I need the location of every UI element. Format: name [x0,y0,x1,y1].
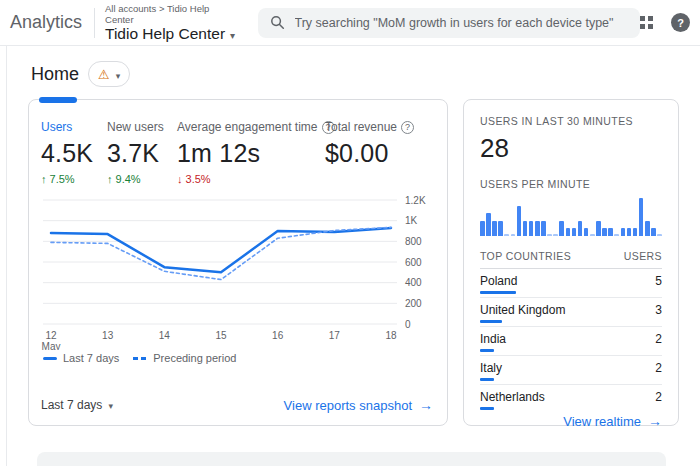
x-axis-sublabel: May [42,341,61,351]
search-input[interactable] [295,16,628,30]
metric-label: Total revenue? [325,120,433,134]
app-header: Analytics All accounts > Tidio Help Cent… [0,0,700,46]
account-switcher[interactable]: Tidio Help Center [105,25,240,43]
metric-users[interactable]: Users 4.5K ↑ 7.5% [41,120,107,186]
main-content: Home Users 4.5K ↑ 7.5% New users 3.7K ↑ … [6,46,700,466]
users-column-header: USERS [624,250,662,262]
legend-last-7-days: Last 7 days [43,352,119,364]
metric-value: 3.7K [107,139,177,168]
minute-bar [559,221,564,236]
overview-card-footer: Last 7 days View reports snapshot [41,397,433,413]
analytics-logo[interactable]: Analytics [10,12,82,33]
users-per-minute-label: USERS PER MINUTE [480,178,662,190]
x-axis-tick: 16 [272,330,284,341]
chevron-down-icon [116,65,121,83]
top-countries-header: TOP COUNTRIES USERS [480,250,662,269]
metric-change: ↑ 9.4% [107,173,177,186]
view-realtime-link[interactable]: View realtime [563,413,662,429]
minute-bar [608,228,613,236]
legend-preceding-period: Preceding period [133,352,236,364]
active-tab-indicator [39,97,77,103]
minute-bar [480,221,485,236]
minute-bar [578,221,583,236]
apps-grid-icon[interactable] [640,16,653,29]
minute-bar [614,234,619,236]
country-row: India2 [480,327,662,356]
x-axis-tick: 13 [102,330,114,341]
minute-bar [621,228,626,236]
data-warning-chip[interactable] [88,61,130,87]
x-axis-tick: 12 [45,330,57,341]
metric-avg-engagement-time[interactable]: Average engagement time? 1m 12s ↓ 3.5% [177,120,325,186]
search-icon [270,15,285,30]
minute-bar [602,228,607,236]
minute-bar [639,198,644,236]
date-range-selector[interactable]: Last 7 days [41,398,113,412]
top-countries-table: Poland5United Kingdom3India2Italy2Nether… [480,269,662,413]
country-users-count: 2 [655,390,662,404]
header-divider [94,8,95,38]
metrics-row: Users 4.5K ↑ 7.5% New users 3.7K ↑ 9.4% … [41,120,433,186]
users-30min-value: 28 [480,133,662,164]
metric-total-revenue[interactable]: Total revenue? $0.00 [325,120,433,186]
minute-bar [511,234,516,236]
country-users-count: 3 [655,303,662,317]
minute-bar [529,221,534,236]
country-users-bar [480,407,494,410]
metric-value: $0.00 [325,139,433,168]
minute-bar [651,228,656,236]
metric-new-users[interactable]: New users 3.7K ↑ 9.4% [107,120,177,186]
realtime-card: USERS IN LAST 30 MINUTES 28 USERS PER MI… [463,99,679,426]
minute-bar [535,221,540,236]
country-name: Netherlands [480,390,545,404]
users-per-minute-bar-chart [480,198,662,236]
account-block: All accounts > Tidio Help Center Tidio H… [105,3,240,43]
minute-bar [590,234,595,236]
account-title: Tidio Help Center [105,25,225,43]
metric-label: Average engagement time? [177,120,325,134]
users-line-chart: 1.2K1K800600400200012131415161718May [41,192,433,350]
minute-bar [596,221,601,236]
solid-line-swatch [43,357,57,360]
countries-column-header: TOP COUNTRIES [480,250,571,262]
minute-bar [498,221,503,236]
cards-row: Users 4.5K ↑ 7.5% New users 3.7K ↑ 9.4% … [28,99,679,426]
search-bar[interactable] [258,8,640,38]
y-axis-tick: 200 [405,298,422,309]
minute-bar [547,234,552,236]
country-row: Italy2 [480,356,662,385]
metric-value: 1m 12s [177,139,325,168]
country-name: India [480,332,506,346]
country-name: Italy [480,361,502,375]
y-axis-tick: 0 [405,319,411,330]
country-row: United Kingdom3 [480,298,662,327]
x-axis-tick: 18 [385,330,397,341]
country-users-count: 2 [655,361,662,375]
country-users-bar [480,378,494,381]
minute-bar [492,221,497,236]
x-axis-tick: 15 [215,330,227,341]
minute-bar [584,228,589,236]
metric-label: New users [107,120,177,134]
country-users-count: 5 [655,274,662,288]
metric-label: Users [41,120,107,134]
minute-bar [504,234,509,236]
breadcrumb: All accounts > Tidio Help Center [105,3,240,25]
y-axis-tick: 1.2K [405,195,426,206]
y-axis-tick: 600 [405,257,422,268]
minute-bar [486,213,491,236]
minute-bar [633,228,638,236]
x-axis-tick: 17 [329,330,341,341]
country-name: United Kingdom [480,303,565,317]
minute-bar [523,221,528,236]
metric-change: ↑ 7.5% [41,173,107,186]
view-reports-snapshot-link[interactable]: View reports snapshot [284,397,433,413]
arrow-right-icon [419,397,433,413]
chevron-down-icon [108,398,113,412]
minute-bar [517,206,522,236]
chart-legend: Last 7 days Preceding period [43,352,433,364]
arrow-right-icon [648,413,662,429]
help-icon[interactable] [671,13,690,32]
minute-bar [645,221,650,236]
users-30min-label: USERS IN LAST 30 MINUTES [480,115,662,127]
